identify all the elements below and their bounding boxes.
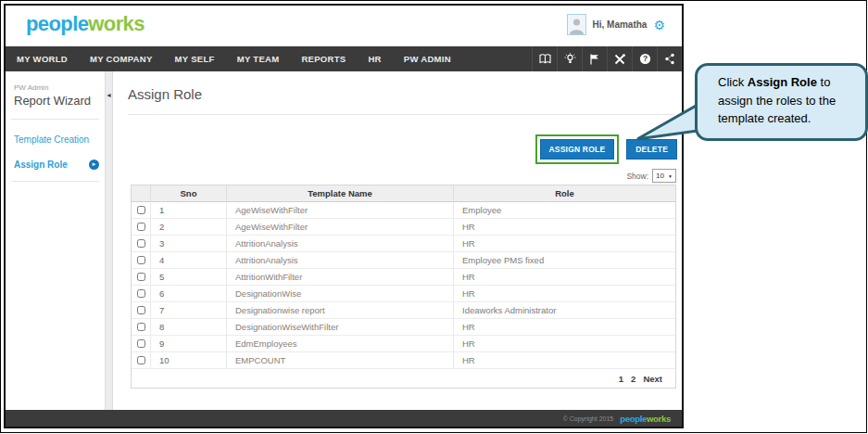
row-checkbox[interactable] xyxy=(137,239,145,248)
cell-role: HR xyxy=(453,286,675,301)
cell-template-name: EMPCOUNT xyxy=(226,352,453,368)
nav-item[interactable]: MY WORLD xyxy=(6,46,79,71)
nav-item[interactable]: MY SELF xyxy=(164,46,226,71)
nav-item[interactable]: HR xyxy=(357,46,392,71)
row-checkbox[interactable] xyxy=(137,223,145,231)
cell-sno: 5 xyxy=(150,269,226,285)
sidebar-section-label: PW Admin xyxy=(14,83,105,92)
header-checkbox-col xyxy=(132,185,150,202)
row-checkbox-cell xyxy=(132,286,150,301)
action-buttons: ASSIGN ROLE DELETE xyxy=(535,134,678,164)
table-row: 3 AttritionAnalysis HR xyxy=(132,236,675,252)
cell-template-name: AttritionAnalysis xyxy=(226,236,453,251)
pagination-item[interactable]: 2 xyxy=(631,374,635,384)
highlight-box: ASSIGN ROLE xyxy=(535,134,620,164)
row-checkbox-cell xyxy=(132,202,150,218)
peopleworks-logo: peopleworks xyxy=(26,12,145,36)
cell-template-name: DesignationWise xyxy=(226,286,453,301)
app-footer: © Copyright 2015 peopleworks xyxy=(6,410,682,427)
cell-sno: 1 xyxy=(150,202,226,218)
cell-sno: 6 xyxy=(150,286,226,301)
nav-menu: MY WORLDMY COMPANYMY SELFMY TEAMREPORTSH… xyxy=(6,46,462,71)
callout-text-bold: Assign Role xyxy=(748,75,817,89)
cell-role: Employee xyxy=(453,202,675,218)
assign-role-button[interactable]: ASSIGN ROLE xyxy=(540,139,615,160)
footer-logo-text-people: people xyxy=(620,414,647,424)
delete-button[interactable]: DELETE xyxy=(626,139,677,160)
table-row: 4 AttritionAnalysis Employee PMS fixed xyxy=(132,252,675,269)
sidebar-collapse-handle[interactable]: ◄ xyxy=(105,71,113,410)
copyright-text: © Copyright 2015 xyxy=(563,415,614,422)
row-checkbox[interactable] xyxy=(137,289,145,298)
book-icon[interactable] xyxy=(532,46,557,71)
page-size-control: Show: 10 ▼ xyxy=(626,169,676,183)
cell-template-name: DesignationWiseWithFilter xyxy=(226,319,453,335)
nav-item[interactable]: MY COMPANY xyxy=(79,46,164,71)
cell-role: HR xyxy=(453,336,675,351)
row-checkbox-cell xyxy=(132,252,150,268)
sidebar-item-assign-role[interactable]: Assign Role ► xyxy=(14,160,99,170)
cell-sno: 8 xyxy=(150,319,226,335)
cell-template-name: AttritionWithFilter xyxy=(226,269,453,285)
nav-item[interactable]: REPORTS xyxy=(290,46,357,71)
row-checkbox-cell xyxy=(132,236,150,251)
tools-icon[interactable] xyxy=(607,46,632,71)
figure-canvas: Click Assign Role to assign the roles to… xyxy=(0,0,867,433)
table-header-row: Sno Template Name Role xyxy=(132,185,675,202)
cell-template-name: AgeWiseWithFilter xyxy=(226,202,453,218)
nav-item[interactable]: MY TEAM xyxy=(226,46,291,71)
chevron-down-icon: ▼ xyxy=(668,173,673,179)
cell-role: Employee PMS fixed xyxy=(453,252,675,268)
callout-text-prefix: Click xyxy=(718,75,748,89)
page-title: Assign Role xyxy=(128,86,202,102)
row-checkbox[interactable] xyxy=(137,206,145,214)
sidebar: PW Admin Report Wizard Template Creation… xyxy=(6,71,105,410)
bulb-icon[interactable] xyxy=(557,46,582,71)
content-region: PW Admin Report Wizard Template Creation… xyxy=(6,71,682,410)
sidebar-item-template-creation[interactable]: Template Creation xyxy=(14,134,99,145)
table-row: 10 EMPCOUNT HR xyxy=(132,352,675,369)
main-panel: Assign Role ASSIGN ROLE DELETE Show: 10 … xyxy=(113,71,682,410)
row-checkbox-cell xyxy=(132,219,150,235)
app-header: peopleworks Hi, Mamatha ⚙ xyxy=(6,6,682,46)
cell-sno: 9 xyxy=(150,336,226,351)
sidebar-title: Report Wizard xyxy=(14,94,105,108)
row-checkbox-cell xyxy=(132,319,150,335)
header-template-name: Template Name xyxy=(226,185,453,202)
sidebar-divider xyxy=(11,119,99,120)
row-checkbox[interactable] xyxy=(137,356,145,364)
row-checkbox-cell xyxy=(132,302,150,318)
cell-role: HR xyxy=(453,219,675,235)
sidebar-item-label: Assign Role xyxy=(14,160,68,170)
cell-role: HR xyxy=(453,352,675,368)
show-page-size-select[interactable]: 10 ▼ xyxy=(652,169,676,183)
logo-text-people: people xyxy=(26,12,88,35)
share-icon[interactable] xyxy=(657,46,682,71)
gear-icon[interactable]: ⚙ xyxy=(653,19,665,32)
row-checkbox[interactable] xyxy=(137,339,145,348)
cell-role: HR xyxy=(453,236,675,251)
footer-peopleworks-logo: peopleworks xyxy=(620,414,671,424)
help-icon[interactable]: ? xyxy=(632,46,657,71)
avatar[interactable] xyxy=(567,14,586,35)
cell-template-name: AttritionAnalysis xyxy=(226,252,453,268)
person-icon xyxy=(569,17,585,34)
row-checkbox-cell xyxy=(132,269,150,285)
svg-text:?: ? xyxy=(642,54,647,63)
row-checkbox[interactable] xyxy=(137,323,145,331)
row-checkbox[interactable] xyxy=(137,256,145,264)
row-checkbox[interactable] xyxy=(137,273,145,281)
flag-icon[interactable] xyxy=(582,46,607,71)
nav-item[interactable]: PW ADMIN xyxy=(393,46,462,71)
cell-sno: 10 xyxy=(150,352,226,368)
row-checkbox[interactable] xyxy=(137,306,145,314)
footer-logo-text-works: works xyxy=(647,414,671,424)
cell-role: Ideaworks Administrator xyxy=(453,302,675,318)
cell-template-name: AgeWiseWithFilter xyxy=(226,219,453,235)
user-area: Hi, Mamatha ⚙ xyxy=(567,14,665,35)
pagination-item[interactable]: Next xyxy=(643,374,662,384)
pagination-item[interactable]: 1 xyxy=(619,374,623,384)
arrow-right-circle-icon: ► xyxy=(89,160,99,170)
title-divider xyxy=(128,114,674,115)
table-row: 8 DesignationWiseWithFilter HR xyxy=(132,319,675,336)
